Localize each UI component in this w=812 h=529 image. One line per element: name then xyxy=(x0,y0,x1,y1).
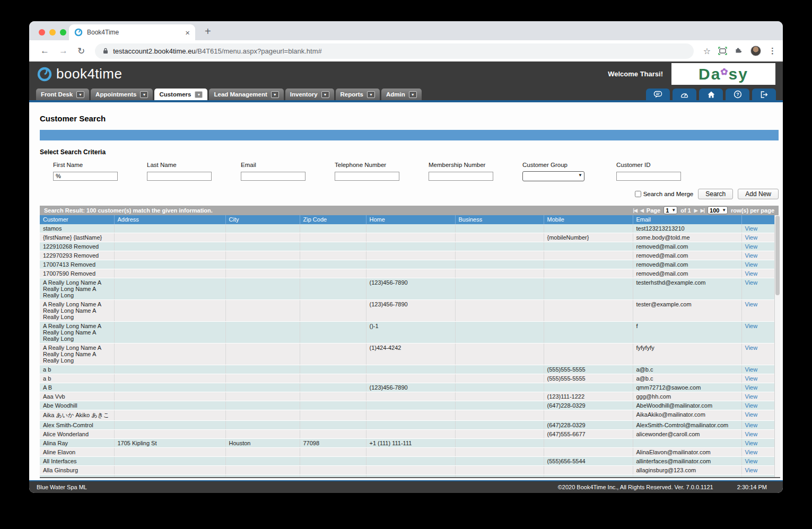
browser-titlebar: Book4Time × + xyxy=(29,21,783,40)
logout-icon xyxy=(759,91,769,99)
view-link[interactable]: View xyxy=(745,449,758,455)
forward-icon[interactable]: → xyxy=(59,46,68,56)
dashboard-button[interactable] xyxy=(673,89,696,100)
cell-email: removed@mail.com xyxy=(633,242,741,251)
back-icon[interactable]: ← xyxy=(40,46,49,56)
telephone-input[interactable] xyxy=(335,172,399,181)
logout-button[interactable] xyxy=(752,89,776,100)
view-link[interactable]: View xyxy=(745,458,758,464)
first-name-input[interactable] xyxy=(53,172,118,181)
app-header: book4time Welcome Tharsi! Da✿sy xyxy=(29,61,783,86)
cell-zip xyxy=(300,420,366,429)
cell-customer: Aika あいか Akiko あきこ xyxy=(40,410,114,420)
main-navigation: Front Desk ▼ Appointments ▼ Customers ▼ … xyxy=(29,86,783,100)
membership-input[interactable] xyxy=(429,172,493,181)
last-page-icon[interactable]: ▶| xyxy=(701,208,704,213)
chevron-down-icon[interactable]: ▼ xyxy=(76,91,84,98)
view-link[interactable]: View xyxy=(745,301,758,307)
email-input[interactable] xyxy=(241,172,305,181)
chevron-down-icon[interactable]: ▼ xyxy=(140,91,148,98)
profile-avatar[interactable] xyxy=(750,46,761,56)
cell-home xyxy=(366,401,455,410)
cell-home: +1 (111) 111-111 xyxy=(366,438,455,447)
view-link[interactable]: View xyxy=(745,261,758,268)
view-link[interactable]: View xyxy=(745,476,758,478)
cell-customer: A Really Long Name A Really Long Name A … xyxy=(40,299,114,321)
page-content: Customer Search Select Search Criteria F… xyxy=(29,102,783,480)
cell-mobile: (647)228-0329 xyxy=(544,401,633,410)
next-page-icon[interactable]: ▶ xyxy=(694,208,697,213)
nav-tab-lead-management[interactable]: Lead Management ▼ xyxy=(209,89,283,100)
view-link[interactable]: View xyxy=(745,393,758,400)
cell-view: View xyxy=(741,392,774,401)
add-new-button[interactable]: Add New xyxy=(738,189,779,199)
view-link[interactable]: View xyxy=(745,384,758,391)
chevron-down-icon[interactable]: ▼ xyxy=(367,91,375,98)
extensions-puzzle-icon[interactable] xyxy=(735,47,743,55)
chevron-down-icon[interactable]: ▼ xyxy=(321,91,329,98)
view-link[interactable]: View xyxy=(745,270,758,277)
customer-id-input[interactable] xyxy=(616,172,681,181)
browser-tab[interactable]: Book4Time × xyxy=(69,24,195,40)
view-link[interactable]: View xyxy=(745,402,758,409)
cell-email: fyfyfyfy xyxy=(633,343,741,365)
address-bar[interactable]: testaccount2.book4time.eu/B4T615/menu.as… xyxy=(95,43,693,59)
table-scrollbar[interactable] xyxy=(774,215,780,477)
nav-tab-appointments[interactable]: Appointments ▼ xyxy=(91,89,153,100)
view-link[interactable]: View xyxy=(745,345,758,351)
nav-tab-admin[interactable]: Admin ▼ xyxy=(381,89,422,100)
close-tab-icon[interactable]: × xyxy=(185,28,190,37)
view-link[interactable]: View xyxy=(745,440,758,446)
home-button[interactable] xyxy=(699,89,723,100)
view-link[interactable]: View xyxy=(745,366,758,373)
customer-group-select[interactable] xyxy=(522,171,584,181)
view-link[interactable]: View xyxy=(745,252,758,259)
new-tab-button[interactable]: + xyxy=(205,25,211,38)
membership-label: Membership Number xyxy=(429,162,522,168)
cell-zip xyxy=(300,242,366,251)
last-name-input[interactable] xyxy=(147,172,212,181)
view-link[interactable]: View xyxy=(745,422,758,428)
help-button[interactable]: ? xyxy=(726,89,749,100)
cell-view: View xyxy=(741,233,774,242)
view-link[interactable]: View xyxy=(745,234,758,241)
rows-per-page-select[interactable]: 100 xyxy=(708,206,728,214)
cell-zip xyxy=(300,447,366,456)
chevron-down-icon[interactable]: ▼ xyxy=(271,91,279,98)
view-link[interactable]: View xyxy=(745,279,758,286)
book4time-favicon-icon xyxy=(74,28,83,37)
nav-tab-customers[interactable]: Customers ▼ xyxy=(154,89,207,100)
search-and-merge-checkbox[interactable] xyxy=(635,191,641,197)
page-of-label: of 1 xyxy=(680,207,691,214)
screenshot-extension-icon[interactable] xyxy=(718,47,727,55)
chevron-down-icon[interactable]: ▼ xyxy=(195,91,203,98)
page-number-select[interactable]: 1 xyxy=(663,206,677,214)
messages-button[interactable] xyxy=(646,89,670,100)
view-link[interactable]: View xyxy=(745,225,758,232)
view-link[interactable]: View xyxy=(745,431,758,437)
first-page-icon[interactable]: |◀ xyxy=(633,208,636,213)
close-window-button[interactable] xyxy=(39,29,45,36)
nav-tab-front-desk[interactable]: Front Desk ▼ xyxy=(36,89,89,100)
view-link[interactable]: View xyxy=(745,323,758,329)
table-row: A Really Long Name A Really Long Name A … xyxy=(40,299,774,321)
bookmark-star-icon[interactable]: ☆ xyxy=(703,46,711,56)
window-controls xyxy=(39,29,66,36)
reload-icon[interactable]: ↻ xyxy=(77,46,85,57)
nav-tab-inventory[interactable]: Inventory ▼ xyxy=(285,89,334,100)
minimize-window-button[interactable] xyxy=(49,29,56,36)
cell-email: AlexSmith-Comtrol@mailinator.com xyxy=(633,420,741,429)
cell-business xyxy=(455,233,544,242)
nav-tab-reports[interactable]: Reports ▼ xyxy=(336,89,380,100)
view-link[interactable]: View xyxy=(745,375,758,382)
view-link[interactable]: View xyxy=(745,243,758,250)
view-link[interactable]: View xyxy=(745,467,758,473)
maximize-window-button[interactable] xyxy=(60,29,66,36)
browser-menu-icon[interactable]: ⋮ xyxy=(769,46,776,56)
scrollbar-thumb[interactable] xyxy=(775,216,780,295)
page-title: Customer Search xyxy=(40,102,779,123)
prev-page-icon[interactable]: ◀ xyxy=(640,208,643,213)
chevron-down-icon[interactable]: ▼ xyxy=(409,91,417,98)
view-link[interactable]: View xyxy=(745,411,758,418)
search-button[interactable]: Search xyxy=(698,189,733,199)
